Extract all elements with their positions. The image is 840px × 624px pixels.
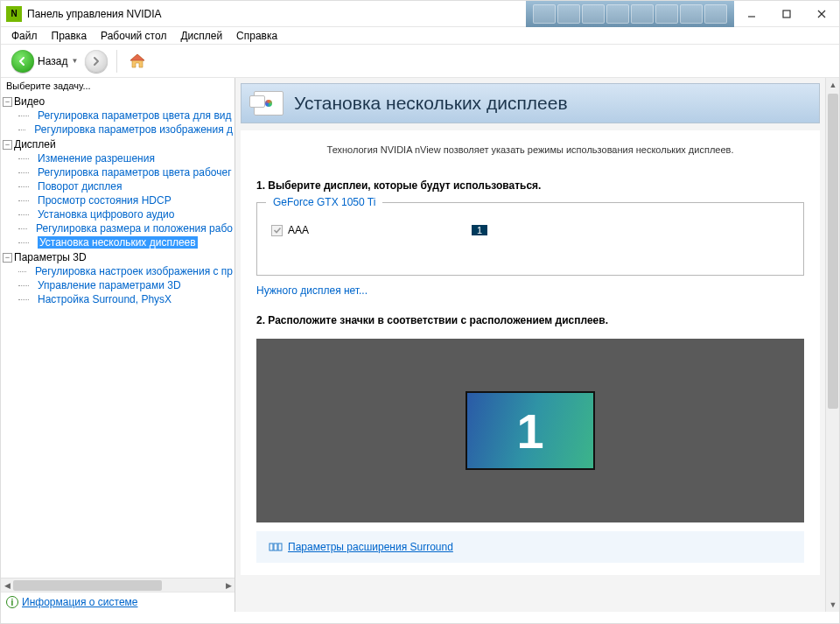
menu-display[interactable]: Дисплей <box>173 27 229 44</box>
monitor-number: 1 <box>516 403 543 459</box>
tool-icon[interactable] <box>655 4 678 24</box>
scrollbar-thumb[interactable] <box>828 94 838 409</box>
tree-item-label: Регулировка параметров цвета рабочег <box>38 166 232 179</box>
tree-toggle-icon[interactable]: − <box>3 253 12 263</box>
tree-category[interactable]: −Дисплей <box>3 137 233 151</box>
displays-fieldset: GeForce GTX 1050 Ti AAA 1 <box>256 202 804 276</box>
tree-item-label: Просмотр состояния HDCP <box>38 194 172 207</box>
tool-icon[interactable] <box>557 4 580 24</box>
menu-bar: Файл Правка Рабочий стол Дисплей Справка <box>1 27 839 45</box>
tool-icon[interactable] <box>606 4 629 24</box>
nav-bar: Назад ▼ <box>1 45 839 78</box>
step1-label: 1. Выберите дисплеи, которые будут испол… <box>256 179 804 192</box>
scroll-down-icon[interactable]: ▼ <box>826 598 839 612</box>
window-title: Панель управления NVIDIA <box>27 8 162 20</box>
display-name: AAA <box>288 224 309 236</box>
tree-category-label: Дисплей <box>14 138 56 151</box>
tree-item[interactable]: Установка цифрового аудио <box>18 207 233 221</box>
tree-item-label: Установка цифрового аудио <box>38 208 174 221</box>
tree-category-label: Параметры 3D <box>14 251 87 263</box>
back-label: Назад <box>38 55 67 67</box>
tool-icon[interactable] <box>582 4 605 24</box>
scrollbar-thumb[interactable] <box>13 580 162 591</box>
missing-display-link[interactable]: Нужного дисплея нет... <box>256 284 368 297</box>
tree-item-label: Регулировка параметров цвета для вид <box>38 109 231 122</box>
gpu-legend: GeForce GTX 1050 Ti <box>266 196 382 208</box>
page-header: Установка нескольких дисплеев <box>241 83 820 123</box>
tree-item[interactable]: Регулировка настроек изображения с пр <box>18 264 233 278</box>
tool-strip <box>526 1 734 27</box>
home-button[interactable] <box>126 50 149 73</box>
forward-button[interactable] <box>85 50 108 73</box>
tree-item[interactable]: Изменение разрешения <box>18 151 233 165</box>
sidebar-scrollbar[interactable]: ◀ ▶ <box>1 578 234 592</box>
svg-rect-4 <box>270 543 273 550</box>
step2-label: 2. Расположите значки в соответствии с р… <box>256 314 804 326</box>
tree-item-label: Настройка Surround, PhysX <box>38 293 172 305</box>
task-tree[interactable]: −ВидеоРегулировка параметров цвета для в… <box>1 94 234 578</box>
window-controls <box>734 1 839 27</box>
menu-file[interactable]: Файл <box>4 27 45 44</box>
tree-category[interactable]: −Видео <box>3 95 233 109</box>
tree-toggle-icon[interactable]: − <box>3 97 12 107</box>
tree-item-label: Управление параметрами 3D <box>38 279 181 291</box>
tool-icon[interactable] <box>704 4 727 24</box>
tree-item-label: Регулировка настроек изображения с пр <box>35 265 233 277</box>
back-arrow-icon <box>11 50 34 73</box>
scroll-left-icon[interactable]: ◀ <box>1 578 13 592</box>
surround-settings-link[interactable]: Параметры расширения Surround <box>288 541 453 553</box>
tree-item-label: Изменение разрешения <box>38 152 155 165</box>
displays-icon <box>254 91 284 116</box>
tree-item[interactable]: Регулировка параметров цвета рабочег <box>18 165 233 179</box>
tree-item[interactable]: Управление параметрами 3D <box>18 278 233 292</box>
tree-item-label: Регулировка размера и положения рабо <box>36 222 233 235</box>
menu-help[interactable]: Справка <box>229 27 284 44</box>
tree-toggle-icon[interactable]: − <box>3 140 12 150</box>
sidebar: Выберите задачу... −ВидеоРегулировка пар… <box>1 78 235 612</box>
info-icon: i <box>6 596 18 608</box>
tree-item-label: Регулировка параметров изображения д <box>34 123 233 136</box>
page-title: Установка нескольких дисплеев <box>294 93 568 114</box>
tree-item[interactable]: Регулировка размера и положения рабо <box>18 221 233 235</box>
menu-edit[interactable]: Правка <box>45 27 94 44</box>
display-arrangement-area[interactable]: 1 <box>256 339 804 522</box>
display-monitor[interactable]: 1 <box>466 391 595 470</box>
display-checkbox[interactable] <box>271 225 283 236</box>
system-info-link[interactable]: Информация о системе <box>22 596 137 608</box>
tree-item[interactable]: Поворот дисплея <box>18 179 233 193</box>
back-dropdown-icon[interactable]: ▼ <box>71 57 78 65</box>
page-description: Технология NVIDIA nView позволяет указат… <box>256 144 804 155</box>
tool-icon[interactable] <box>680 4 703 24</box>
content-scrollbar[interactable]: ▲ ▼ <box>825 78 839 612</box>
display-id-badge: 1 <box>472 225 487 235</box>
maximize-button[interactable] <box>769 1 804 27</box>
tree-item[interactable]: Установка нескольких дисплеев <box>18 235 233 249</box>
tree-item-label: Поворот дисплея <box>38 180 122 193</box>
svg-rect-5 <box>274 543 277 550</box>
tree-item-label: Установка нескольких дисплеев <box>38 236 198 249</box>
tree-item[interactable]: Настройка Surround, PhysX <box>18 292 233 306</box>
scroll-right-icon[interactable]: ▶ <box>222 578 234 592</box>
surround-icon <box>269 540 283 554</box>
tree-item[interactable]: Регулировка параметров изображения д <box>18 123 233 137</box>
content-area: Установка нескольких дисплеев Технология… <box>235 78 839 612</box>
tree-category[interactable]: −Параметры 3D <box>3 250 233 264</box>
app-logo-icon: N <box>6 6 22 22</box>
title-bar: N Панель управления NVIDIA <box>1 1 839 27</box>
tool-icon[interactable] <box>631 4 654 24</box>
svg-rect-6 <box>278 543 282 550</box>
tree-item[interactable]: Просмотр состояния HDCP <box>18 193 233 207</box>
close-button[interactable] <box>804 1 839 27</box>
svg-rect-1 <box>783 11 790 18</box>
scroll-up-icon[interactable]: ▲ <box>826 78 839 92</box>
menu-desktop[interactable]: Рабочий стол <box>94 27 173 44</box>
tool-icon[interactable] <box>533 4 556 24</box>
minimize-button[interactable] <box>734 1 769 27</box>
divider <box>116 50 117 73</box>
tree-category-label: Видео <box>14 95 45 108</box>
tree-item[interactable]: Регулировка параметров цвета для вид <box>18 109 233 123</box>
sidebar-header: Выберите задачу... <box>1 78 234 94</box>
back-button[interactable]: Назад ▼ <box>8 48 81 74</box>
